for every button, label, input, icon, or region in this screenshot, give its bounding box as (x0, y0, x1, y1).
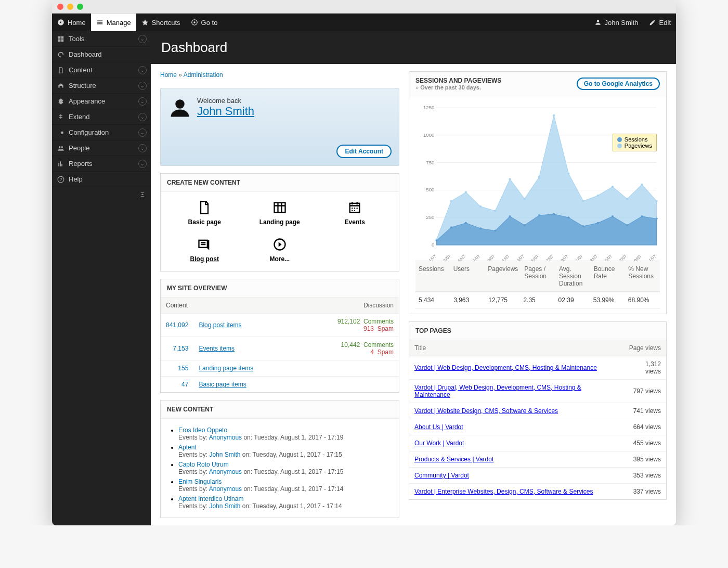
top-page-link[interactable]: About Us | Vardot (414, 423, 463, 431)
svg-text:500: 500 (426, 188, 434, 193)
svg-text:27/07: 27/07 (617, 254, 628, 261)
svg-point-49 (524, 224, 526, 226)
create-events[interactable]: Events (317, 197, 393, 229)
top-page-views: 353 views (623, 468, 666, 484)
svg-point-51 (553, 213, 555, 215)
sidebar-item-extend[interactable]: Extend⌄ (52, 109, 151, 125)
nav-user[interactable]: John Smith (589, 14, 644, 31)
sidebar-item-content[interactable]: Content⌄ (52, 62, 151, 78)
svg-point-9 (354, 208, 355, 209)
target-icon (191, 19, 198, 26)
nav-home[interactable]: Home (52, 14, 91, 31)
sidebar-item-structure[interactable]: Structure⌄ (52, 78, 151, 94)
svg-point-50 (538, 214, 540, 216)
svg-point-28 (450, 200, 452, 202)
avatar-icon (169, 97, 191, 119)
create-more-[interactable]: More... (242, 234, 318, 266)
top-page-link[interactable]: Community | Vardot (414, 472, 469, 479)
overview-link[interactable]: Basic page items (199, 381, 246, 388)
svg-point-56 (626, 224, 628, 226)
create-landing-page[interactable]: Landing page (242, 197, 318, 229)
author-link[interactable]: Anonymous (209, 485, 242, 493)
author-link[interactable]: Anonymous (209, 434, 242, 441)
top-page-views: 1,312 views (623, 356, 666, 380)
svg-point-6 (175, 99, 185, 109)
admin-sidebar: Tools⌄DashboardContent⌄Structure⌄Appeara… (52, 31, 151, 525)
svg-text:15/07: 15/07 (529, 254, 540, 261)
breadcrumb-admin[interactable]: Administration (184, 71, 223, 79)
stat-value: 3,963 (450, 292, 485, 308)
back-arrow-icon (57, 19, 64, 26)
analytics-subtitle: Over the past 30 days. (415, 84, 501, 91)
sidebar-item-label: Appearance (69, 97, 105, 105)
create-blog-post[interactable]: Blog post (167, 234, 242, 266)
new-content-link[interactable]: Capto Roto Utrum (178, 461, 229, 468)
top-page-link[interactable]: Products & Services | Vardot (414, 456, 493, 463)
top-page-link[interactable]: Vardot | Website Design, CMS, Software &… (414, 407, 558, 415)
chevron-down-icon: ⌄ (138, 82, 147, 90)
window-minimize-icon[interactable] (67, 4, 73, 10)
overview-link[interactable]: Events items (199, 345, 235, 352)
author-link[interactable]: John Smith (209, 451, 240, 458)
svg-point-53 (582, 225, 584, 227)
content-type-icon (347, 200, 362, 215)
go-to-analytics-button[interactable]: Go to Google Analytics (577, 78, 660, 90)
sidebar-icon: ? (57, 176, 64, 183)
sidebar-icon (57, 35, 64, 43)
top-page-link[interactable]: Vardot | Web Design, Development, CMS, H… (414, 364, 597, 371)
nav-edit[interactable]: Edit (644, 14, 676, 31)
nav-manage[interactable]: Manage (91, 14, 136, 31)
author-link[interactable]: Anonymous (209, 468, 242, 475)
sidebar-item-appearance[interactable]: Appearance⌄ (52, 94, 151, 109)
svg-text:11/07: 11/07 (499, 254, 511, 261)
top-pages-title: TOP PAGES (409, 322, 666, 340)
chevron-down-icon: ⌄ (138, 66, 147, 74)
new-content-link[interactable]: Aptent (178, 444, 197, 451)
svg-text:29/07: 29/07 (631, 254, 643, 261)
breadcrumb-home[interactable]: Home (160, 71, 177, 79)
create-basic-page[interactable]: Basic page (167, 197, 242, 229)
sidebar-item-reports[interactable]: Reports⌄ (52, 156, 151, 172)
top-page-link[interactable]: Vardot | Drupal, Web Design, Development… (414, 384, 581, 398)
svg-text:09/07: 09/07 (485, 254, 496, 261)
svg-point-1 (193, 21, 196, 23)
top-page-views: 337 views (623, 484, 666, 500)
sidebar-item-help[interactable]: ?Help (52, 172, 151, 187)
top-page-row: Vardot | Drupal, Web Design, Development… (409, 380, 666, 403)
stat-header: Pages / Session (521, 261, 556, 291)
sidebar-icon (57, 145, 64, 152)
overview-link[interactable]: Blog post items (199, 321, 241, 329)
top-page-link[interactable]: Our Work | Vardot (414, 440, 464, 447)
chevron-down-icon: ⌄ (138, 97, 147, 106)
svg-text:1000: 1000 (423, 133, 434, 138)
sidebar-item-tools[interactable]: Tools⌄ (52, 31, 151, 47)
edit-account-button[interactable]: Edit Account (336, 145, 392, 158)
nav-shortcuts[interactable]: Shortcuts (136, 14, 186, 31)
svg-point-8 (352, 208, 353, 209)
sidebar-item-label: People (69, 144, 89, 152)
top-page-link[interactable]: Vardot | Enterprise Websites, Design, CM… (414, 488, 593, 495)
author-link[interactable]: John Smith (209, 502, 240, 510)
chevron-down-icon: ⌄ (138, 35, 147, 43)
welcome-username[interactable]: John Smith (197, 105, 254, 118)
overview-link[interactable]: Landing page items (199, 365, 253, 372)
user-icon (594, 19, 602, 26)
sidebar-item-people[interactable]: People⌄ (52, 140, 151, 156)
svg-point-52 (567, 216, 569, 218)
window-zoom-icon[interactable] (77, 4, 83, 10)
new-content-link[interactable]: Enim Singularis (178, 478, 222, 485)
svg-text:17/07: 17/07 (543, 254, 555, 261)
site-overview-title: MY SITE OVERVIEW (161, 279, 399, 298)
sidebar-item-configuration[interactable]: Configuration⌄ (52, 125, 151, 140)
new-content-link[interactable]: Aptent Interdico Utinam (178, 495, 243, 502)
svg-point-38 (597, 195, 599, 197)
collapse-icon[interactable] (139, 191, 146, 198)
window-close-icon[interactable] (57, 4, 63, 10)
new-content-link[interactable]: Eros Ideo Oppeto (178, 427, 227, 434)
sidebar-item-dashboard[interactable]: Dashboard (52, 47, 151, 62)
svg-point-40 (626, 198, 628, 200)
svg-text:05/07: 05/07 (456, 254, 467, 261)
top-page-row: Products & Services | Vardot395 views (409, 451, 666, 468)
overview-col-discussion: Discussion (295, 298, 399, 314)
nav-goto[interactable]: Go to (186, 14, 223, 31)
